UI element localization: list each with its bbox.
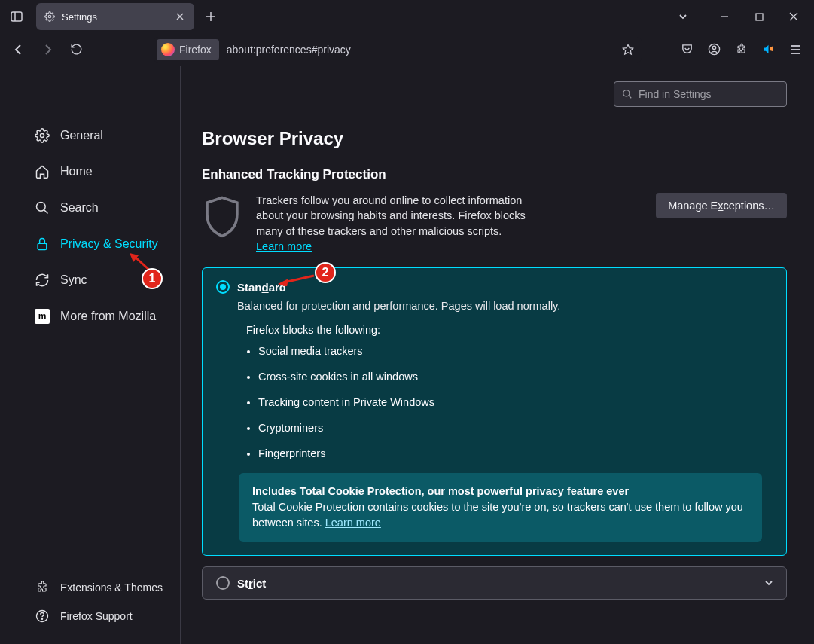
reload-button[interactable] [63,37,89,63]
sidebar-item-label: Sync [60,273,87,287]
settings-content: Find in Settings Browser Privacy Enhance… [181,66,814,644]
svg-point-18 [41,134,44,138]
url-text: about:preferences#privacy [227,44,617,56]
blocks-intro: Firefox blocks the following: [246,324,773,336]
page-heading: Browser Privacy [202,128,787,149]
annotation-arrow-2 [278,273,316,286]
list-tabs-button[interactable] [671,5,695,29]
titlebar: Settings [0,0,814,33]
svg-rect-21 [38,243,47,249]
svg-line-20 [44,210,48,214]
close-window-button[interactable] [776,5,811,29]
gear-icon [35,128,50,143]
find-in-settings-input[interactable]: Find in Settings [614,81,787,107]
search-icon [622,89,633,99]
option-standard[interactable]: Standard 2 Balanced for protection and p… [202,267,787,556]
option-strict[interactable]: Strict [202,566,787,600]
new-tab-button[interactable] [199,5,223,29]
radio-standard[interactable] [216,280,230,294]
account-button[interactable] [701,37,727,63]
mozilla-icon: m [35,309,50,324]
etp-description: Trackers follow you around online to col… [256,193,542,254]
svg-marker-14 [764,45,768,53]
settings-sidebar: General Home Search Privacy & Security S… [0,66,181,644]
tab-settings[interactable]: Settings [36,3,194,30]
minimize-button[interactable] [707,5,742,29]
tcp-learn-more-link[interactable]: Learn more [325,517,381,529]
navigation-toolbar: Firefox about:preferences#privacy [0,33,814,66]
sidebar-item-label: General [60,129,103,142]
app-menu-button[interactable] [782,37,808,63]
svg-rect-8 [756,14,763,20]
sidebar-item-search[interactable]: Search [0,190,180,226]
sidebar-item-label: Privacy & Security [60,237,158,251]
urlbar[interactable]: Firefox about:preferences#privacy [154,37,642,63]
pocket-button[interactable] [674,37,700,63]
sidebar-item-privacy[interactable]: Privacy & Security [0,226,180,262]
identity-box[interactable]: Firefox [157,39,219,60]
help-icon [35,609,50,624]
list-item: Cross-site cookies in all windows [258,371,773,383]
maximize-button[interactable] [742,5,776,29]
extensions-button[interactable] [728,37,754,63]
radio-strict[interactable] [216,576,230,590]
sidebar-item-extensions[interactable]: Extensions & Themes [0,573,180,602]
sidebar-item-general[interactable]: General [0,118,180,154]
sidebar-item-label: Extensions & Themes [60,581,163,594]
svg-marker-29 [278,279,288,286]
svg-marker-11 [623,44,633,54]
sidebar-item-label: More from Mozilla [60,310,156,323]
tab-title: Settings [62,11,173,23]
svg-point-13 [712,46,715,49]
learn-more-link[interactable]: Learn more [256,240,312,252]
svg-rect-0 [11,12,22,21]
back-button[interactable] [6,37,32,63]
svg-point-2 [48,15,51,18]
chevron-down-icon[interactable] [764,578,774,588]
option-strict-label: Strict [237,577,266,590]
identity-label: Firefox [179,44,212,56]
sync-icon [35,273,50,288]
sidebar-item-support[interactable]: Firefox Support [0,602,180,630]
list-item: Social media trackers [258,345,773,357]
forward-button[interactable] [35,37,60,63]
list-item: Fingerprinters [258,447,773,459]
lock-icon [35,237,50,252]
sidebar-item-home[interactable]: Home [0,154,180,190]
shield-icon [202,194,242,240]
speaker-icon[interactable] [755,37,781,63]
svg-point-23 [41,618,42,619]
manage-exceptions-button[interactable]: Manage Exceptions… [656,193,787,218]
gear-icon [44,11,56,23]
svg-point-26 [623,90,630,96]
svg-point-19 [37,203,46,212]
bookmark-star-button[interactable] [617,39,639,60]
block-list: Social media trackers Cross-site cookies… [258,345,773,459]
home-icon [35,164,50,179]
sidebar-item-label: Firefox Support [60,610,133,622]
svg-line-27 [629,96,632,99]
list-item: Cryptominers [258,422,773,434]
firefox-icon [161,43,175,56]
search-icon [35,200,50,215]
sidebar-item-mozilla[interactable]: m More from Mozilla [0,298,180,334]
annotation-badge-2: 2 [315,262,336,283]
list-item: Tracking content in Private Windows [258,396,773,408]
close-icon[interactable] [173,10,187,23]
find-placeholder: Find in Settings [639,88,712,100]
puzzle-icon [35,580,50,595]
sidebar-toggle-button[interactable] [3,5,30,29]
tcp-callout: Includes Total Cookie Protection, our mo… [239,473,762,542]
svg-line-28 [284,276,314,282]
sidebar-item-label: Home [60,165,93,179]
option-standard-desc: Balanced for protection and performance.… [237,300,773,312]
etp-heading: Enhanced Tracking Protection [202,167,787,182]
annotation-badge-1: 1 [142,268,163,289]
sidebar-item-label: Search [60,201,99,215]
